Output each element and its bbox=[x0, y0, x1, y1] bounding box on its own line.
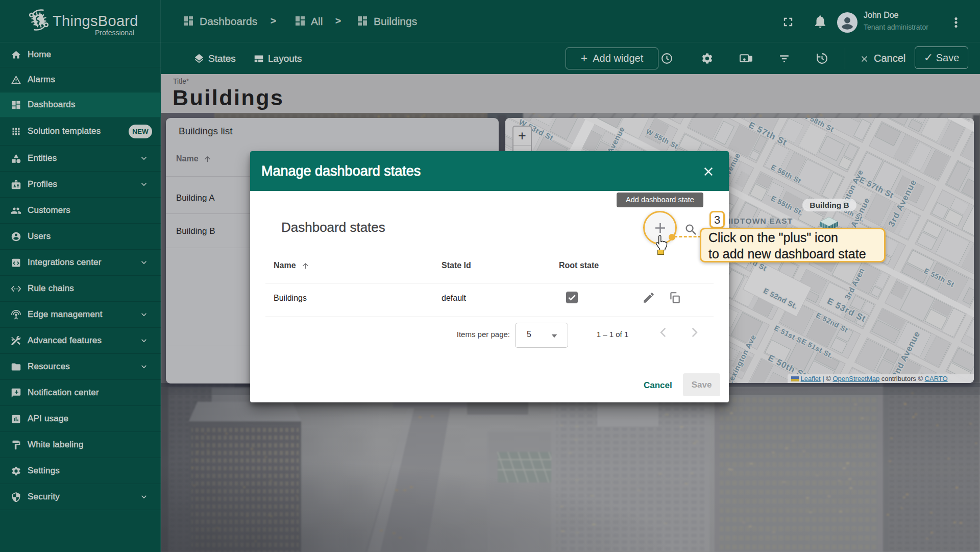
svg-text:MIDTOWN EAST: MIDTOWN EAST bbox=[724, 217, 793, 225]
